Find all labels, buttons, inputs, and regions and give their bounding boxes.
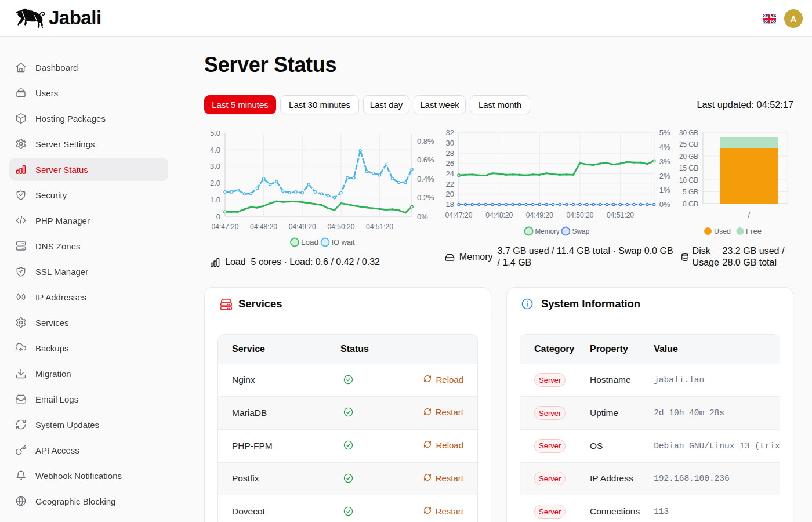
svg-text:Free: Free xyxy=(746,227,762,235)
svg-text:3.0: 3.0 xyxy=(210,162,220,171)
svg-text:Load: Load xyxy=(301,238,318,246)
svg-text:5.0: 5.0 xyxy=(210,129,220,137)
svg-text:20 GB: 20 GB xyxy=(679,152,698,161)
svg-text:Swap: Swap xyxy=(572,227,589,235)
svg-text:0.6%: 0.6% xyxy=(417,155,434,164)
svg-text:30: 30 xyxy=(445,139,454,147)
svg-text:32: 32 xyxy=(445,128,454,137)
svg-text:10 GB: 10 GB xyxy=(679,176,698,184)
svg-text:04:47:20: 04:47:20 xyxy=(445,211,472,219)
svg-text:04:49:20: 04:49:20 xyxy=(289,222,316,231)
svg-text:4.0: 4.0 xyxy=(210,146,220,154)
svg-text:5 GB: 5 GB xyxy=(683,187,698,196)
svg-text:IO wait: IO wait xyxy=(332,238,355,246)
svg-text:5%: 5% xyxy=(659,128,670,137)
svg-text:28: 28 xyxy=(445,149,454,158)
svg-text:0.8%: 0.8% xyxy=(417,137,434,146)
svg-text:22: 22 xyxy=(445,180,454,188)
svg-text:Used: Used xyxy=(714,227,731,235)
svg-text:2%: 2% xyxy=(659,172,670,180)
svg-text:15 GB: 15 GB xyxy=(679,164,698,172)
svg-text:04:48:20: 04:48:20 xyxy=(485,211,513,219)
svg-text:0.2%: 0.2% xyxy=(417,193,434,202)
svg-text:2.0: 2.0 xyxy=(210,179,220,187)
svg-text:4%: 4% xyxy=(659,143,670,151)
svg-text:04:48:20: 04:48:20 xyxy=(250,222,277,231)
svg-text:/: / xyxy=(748,211,750,219)
svg-text:04:47:20: 04:47:20 xyxy=(212,222,239,231)
svg-text:26: 26 xyxy=(445,159,454,168)
svg-text:3%: 3% xyxy=(659,157,670,166)
svg-text:0%: 0% xyxy=(659,200,670,209)
svg-text:1%: 1% xyxy=(659,186,670,194)
svg-text:20: 20 xyxy=(445,190,454,198)
svg-text:04:51:20: 04:51:20 xyxy=(366,222,393,231)
svg-text:Memory: Memory xyxy=(535,227,559,235)
svg-text:0: 0 xyxy=(216,212,220,221)
svg-text:0 GB: 0 GB xyxy=(683,200,698,208)
svg-text:1.0: 1.0 xyxy=(210,195,220,204)
svg-text:0%: 0% xyxy=(417,212,428,221)
svg-text:0.4%: 0.4% xyxy=(417,175,434,183)
svg-text:04:50:20: 04:50:20 xyxy=(566,211,593,219)
svg-text:24: 24 xyxy=(445,169,454,178)
svg-text:04:50:20: 04:50:20 xyxy=(327,222,354,231)
svg-text:25 GB: 25 GB xyxy=(679,140,698,148)
svg-text:18: 18 xyxy=(445,200,454,209)
svg-text:04:49:20: 04:49:20 xyxy=(526,211,553,219)
svg-text:04:51:20: 04:51:20 xyxy=(607,211,634,219)
svg-text:30 GB: 30 GB xyxy=(679,128,698,137)
